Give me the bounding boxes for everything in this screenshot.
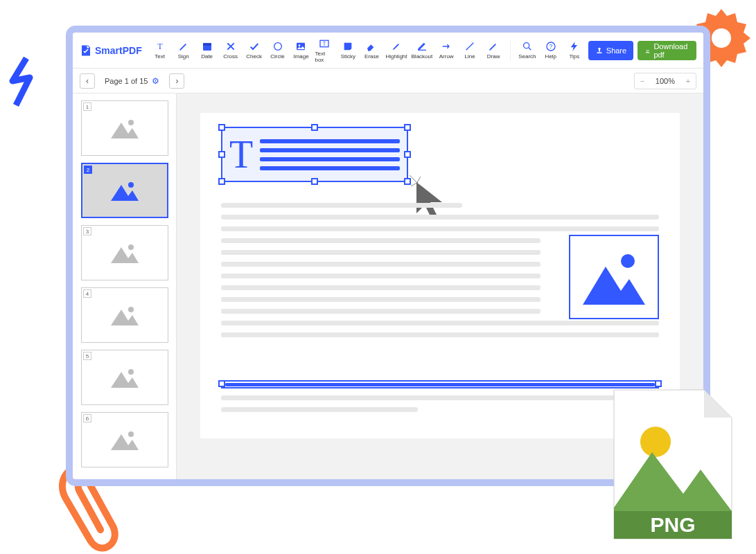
- tool-check[interactable]: Check: [245, 37, 264, 64]
- share-button[interactable]: Share: [588, 41, 633, 60]
- svg-text:T: T: [157, 42, 163, 51]
- page-indicator: Page 1 of 15: [105, 77, 148, 85]
- tool-date[interactable]: Date: [197, 37, 217, 64]
- tool-help[interactable]: ?Help: [541, 37, 561, 64]
- svg-point-4: [274, 43, 281, 51]
- tool-circle[interactable]: Circle: [268, 37, 288, 64]
- brand-name: SmartPDF: [95, 45, 142, 56]
- tool-arrow[interactable]: Arrow: [437, 37, 456, 64]
- thumbnail-page-4[interactable]: 4: [81, 287, 168, 343]
- dropcap-icon: T: [229, 135, 253, 174]
- zoom-out-button[interactable]: −: [635, 73, 650, 89]
- tool-sign[interactable]: Sign: [174, 37, 193, 64]
- tool-cross[interactable]: Cross: [221, 37, 240, 64]
- bolt-decoration: [6, 57, 40, 109]
- thumbnail-panel: 123456: [73, 93, 177, 479]
- svg-point-16: [128, 182, 134, 188]
- page-settings-icon[interactable]: ⚙: [152, 76, 159, 86]
- png-badge-text: PNG: [650, 513, 695, 536]
- svg-text:?: ?: [549, 43, 552, 50]
- main-toolbar: SmartPDF TText Sign Date Cross Check Cir…: [73, 33, 703, 69]
- png-file-icon: PNG: [607, 386, 739, 546]
- thumbnail-page-6[interactable]: 6: [81, 412, 168, 467]
- tool-text[interactable]: TText: [150, 37, 170, 64]
- svg-point-6: [299, 44, 301, 46]
- image-placeholder[interactable]: [569, 235, 659, 319]
- tool-highlight[interactable]: Highlight: [385, 37, 407, 64]
- thumbnail-page-3[interactable]: 3: [81, 225, 168, 280]
- sub-toolbar: ‹ Page 1 of 15 ⚙ › − 100% +: [73, 69, 703, 93]
- download-button[interactable]: Download pdf: [638, 41, 696, 60]
- svg-point-20: [128, 431, 134, 437]
- svg-rect-13: [597, 52, 601, 53]
- tool-image[interactable]: Image: [292, 37, 311, 64]
- selected-line[interactable]: [221, 380, 659, 388]
- selected-text-block[interactable]: T: [221, 127, 408, 182]
- tool-draw[interactable]: Draw: [484, 37, 503, 64]
- svg-rect-3: [203, 43, 211, 45]
- tool-blackout[interactable]: Blackout: [412, 37, 433, 64]
- svg-point-0: [712, 28, 731, 48]
- svg-point-17: [128, 244, 134, 250]
- thumbnail-page-1[interactable]: 1: [81, 100, 168, 156]
- svg-point-21: [621, 254, 635, 268]
- tool-tips[interactable]: Tips: [565, 37, 584, 64]
- next-page-button[interactable]: ›: [169, 73, 184, 89]
- tool-search[interactable]: Search: [518, 37, 537, 64]
- tool-textbox[interactable]: TText box: [315, 37, 334, 64]
- zoom-control: − 100% +: [634, 73, 696, 89]
- svg-point-10: [524, 43, 529, 48]
- thumbnail-page-2[interactable]: 2: [81, 163, 168, 218]
- tool-erase[interactable]: Erase: [362, 37, 381, 64]
- zoom-in-button[interactable]: +: [680, 73, 696, 89]
- svg-point-18: [128, 307, 134, 312]
- zoom-level: 100%: [650, 77, 680, 85]
- svg-rect-9: [418, 50, 426, 51]
- svg-point-22: [640, 427, 671, 457]
- prev-page-button[interactable]: ‹: [80, 73, 95, 89]
- brand-logo[interactable]: SmartPDF: [80, 44, 142, 57]
- thumbnail-page-5[interactable]: 5: [81, 350, 168, 405]
- svg-point-15: [128, 120, 134, 125]
- svg-point-19: [128, 369, 134, 375]
- svg-text:T: T: [323, 40, 326, 46]
- tool-line[interactable]: Line: [460, 37, 480, 64]
- svg-rect-14: [646, 52, 649, 53]
- tool-sticky[interactable]: Sticky: [338, 37, 358, 64]
